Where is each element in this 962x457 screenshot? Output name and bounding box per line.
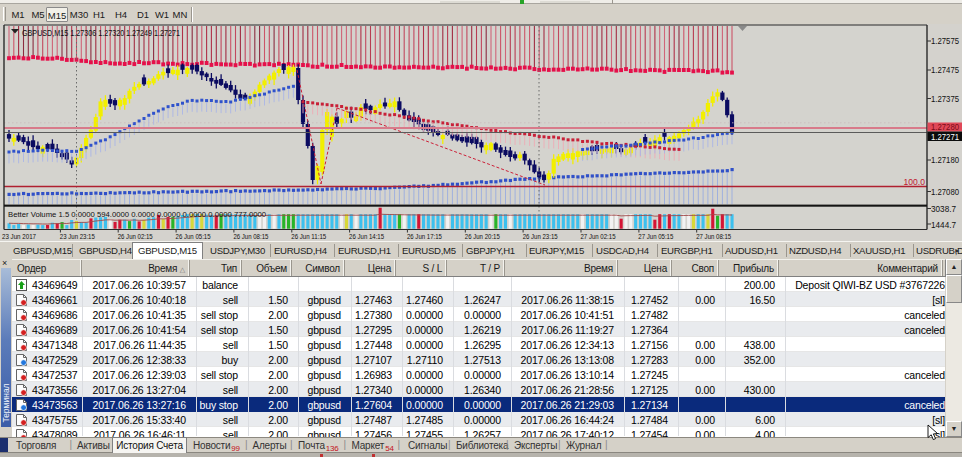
svg-text:Better Volume 1.5 0.0000 594.0: Better Volume 1.5 0.0000 594.0000 0.0000… xyxy=(8,210,267,219)
svg-text:26 Jun 05:15: 26 Jun 05:15 xyxy=(176,232,211,241)
svg-text:26 Jun 11:15: 26 Jun 11:15 xyxy=(291,232,326,241)
svg-text:26 Jun 20:15: 26 Jun 20:15 xyxy=(465,232,500,241)
svg-text:26 Jun 17:15: 26 Jun 17:15 xyxy=(407,232,442,241)
svg-text:27 Jun 08:15: 27 Jun 08:15 xyxy=(696,232,731,241)
svg-text:26 Jun 08:15: 26 Jun 08:15 xyxy=(233,232,268,241)
svg-text:100.0: 100.0 xyxy=(903,177,925,187)
svg-text:27 Jun 02:15: 27 Jun 02:15 xyxy=(581,232,616,241)
svg-text:26 Jun 02:15: 26 Jun 02:15 xyxy=(118,232,153,241)
svg-text:3038.7: 3038.7 xyxy=(931,204,956,214)
svg-text:1.27375: 1.27375 xyxy=(931,94,959,104)
svg-text:1.27271: 1.27271 xyxy=(931,132,959,142)
svg-text:1.27180: 1.27180 xyxy=(931,155,959,165)
svg-text:1444.7: 1444.7 xyxy=(931,220,956,230)
svg-text:1.27475: 1.27475 xyxy=(931,65,959,75)
svg-text:26 Jun 23:15: 26 Jun 23:15 xyxy=(523,232,558,241)
svg-text:1.27080: 1.27080 xyxy=(931,187,959,197)
svg-text:23 Jun 2017: 23 Jun 2017 xyxy=(2,232,36,241)
svg-text:23 Jun 23:15: 23 Jun 23:15 xyxy=(60,232,95,241)
svg-text:27 Jun 05:15: 27 Jun 05:15 xyxy=(638,232,673,241)
svg-text:1.27575: 1.27575 xyxy=(931,36,959,46)
svg-text:GBPUSD,M15 1.27306 1.27320 1.: GBPUSD,M15 1.27306 1.27320 1.27249 1.272… xyxy=(22,28,180,38)
svg-text:26 Jun 14:15: 26 Jun 14:15 xyxy=(349,232,384,241)
